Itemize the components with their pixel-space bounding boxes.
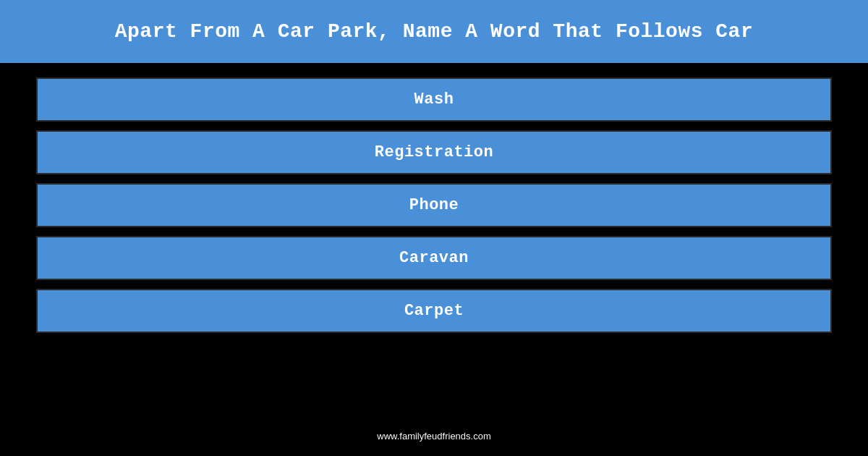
answer-row[interactable]: Wash: [36, 77, 832, 122]
header: Apart From A Car Park, Name A Word That …: [0, 0, 868, 63]
answer-row[interactable]: Registration: [36, 130, 832, 174]
answer-text: Registration: [375, 143, 493, 161]
answers-container: WashRegistrationPhoneCaravanCarpet: [0, 63, 868, 347]
answer-text: Wash: [414, 90, 454, 109]
answer-text: Phone: [409, 196, 459, 214]
answer-text: Caravan: [399, 249, 469, 267]
answer-text: Carpet: [404, 302, 464, 320]
answer-row[interactable]: Caravan: [36, 236, 832, 280]
footer: www.familyfeudfriends.com: [0, 430, 868, 443]
page-title: Apart From A Car Park, Name A Word That …: [115, 20, 753, 43]
answer-row[interactable]: Phone: [36, 183, 832, 227]
footer-url: www.familyfeudfriends.com: [377, 431, 491, 442]
answer-row[interactable]: Carpet: [36, 289, 832, 333]
